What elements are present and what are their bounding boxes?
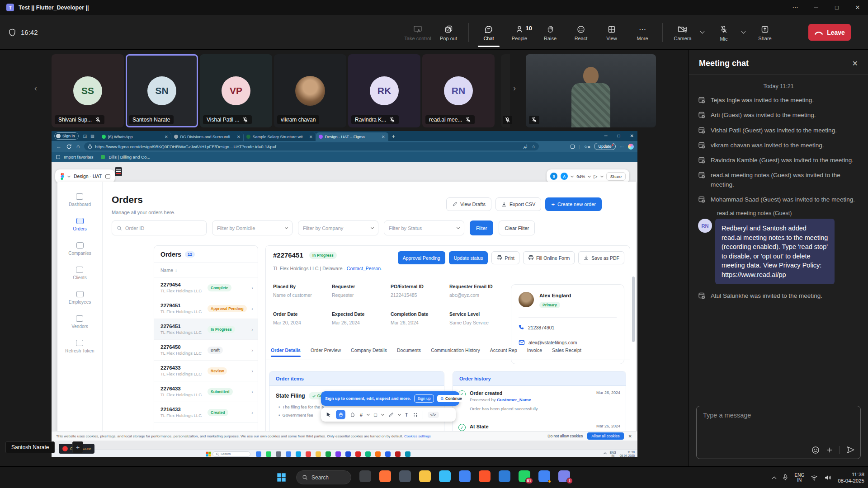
close-button[interactable]: ✕ <box>847 4 868 11</box>
react-button[interactable]: React <box>566 23 596 41</box>
detail-tab[interactable]: Sales Receipt <box>552 347 581 357</box>
browser-profile-button[interactable]: Sign in <box>54 132 79 140</box>
tab-close-icon[interactable]: ✕ <box>382 135 385 139</box>
language-indicator[interactable]: ENGIN <box>795 473 805 483</box>
export-csv-button[interactable]: Export CSV <box>495 197 541 211</box>
taskbar-app-icon[interactable] <box>499 470 510 482</box>
shape-tool-icon[interactable]: □ <box>374 412 377 418</box>
hidden-icons-chevron[interactable] <box>772 476 776 481</box>
collaborator-avatar[interactable]: S <box>550 173 557 180</box>
taskbar-search[interactable]: Search <box>296 470 351 484</box>
cookie-close-icon[interactable]: ✕ <box>628 434 632 439</box>
order-row[interactable]: 2216433 TL Flex Holdings LLC Created › <box>154 402 258 423</box>
copilot-icon[interactable] <box>628 144 634 150</box>
pen-tool-icon[interactable] <box>350 412 355 418</box>
detail-tab[interactable]: Account Rep <box>490 347 517 357</box>
camera-button[interactable]: Camera <box>667 23 698 41</box>
filter-status-select[interactable]: Filter by Status <box>384 221 464 235</box>
taskbar-app-icon[interactable] <box>439 470 451 482</box>
shared-taskbar-app-icon[interactable] <box>335 451 341 457</box>
cookie-settings-link[interactable]: Cookies settings <box>404 434 431 438</box>
detail-tab[interactable]: Documents <box>397 347 421 357</box>
shared-taskbar-app-icon[interactable] <box>326 451 331 457</box>
taskbar-app-icon[interactable]: 1 <box>558 470 570 482</box>
browser-maximize-button[interactable]: □ <box>618 133 620 138</box>
shared-taskbar-app-icon[interactable] <box>286 451 291 457</box>
order-row[interactable]: 2276451 TL Flex Holdings LLC In Progress… <box>154 319 258 340</box>
camera-options-chevron-icon[interactable] <box>700 29 705 33</box>
sidebar-item[interactable]: Dashboard <box>69 193 91 207</box>
figma-menu-chevron-icon[interactable] <box>67 174 71 177</box>
print-button[interactable]: Print <box>491 251 519 264</box>
participant-tile[interactable]: SS Shivani Sup... <box>52 54 124 127</box>
contact-person-link[interactable]: Contact_Person. <box>347 266 382 271</box>
tab-close-icon[interactable]: ✕ <box>165 135 168 139</box>
detail-tab[interactable]: Order Details <box>271 347 301 357</box>
taskbar-app-icon[interactable] <box>399 470 411 482</box>
sidebar-item[interactable]: Orders <box>73 218 87 231</box>
order-row[interactable]: 2276450 TL Flex Holdings LLC Draft › <box>154 340 258 361</box>
people-button[interactable]: 10 People <box>504 23 535 41</box>
taskbar-app-icon[interactable] <box>538 470 550 482</box>
start-button[interactable] <box>277 473 286 482</box>
update-status-button[interactable]: Update status <box>449 251 488 264</box>
browser-tab[interactable]: Sample Salary Structure with calc ✕ <box>244 132 316 141</box>
taskbar-clock[interactable]: 11:3808-04-2025 <box>838 471 864 484</box>
browser-minimize-button[interactable]: ─ <box>604 133 607 138</box>
deny-cookies-button[interactable]: Do not allow cookies <box>547 434 583 438</box>
detail-tab[interactable]: Company Details <box>351 347 387 357</box>
sidebar-item[interactable]: Companies <box>68 242 91 256</box>
sign-up-button[interactable]: Sign up <box>414 394 434 403</box>
participant-tile[interactable]: vikram chavan <box>274 54 346 127</box>
tab-close-icon[interactable]: ✕ <box>237 135 241 139</box>
participant-tile-partial[interactable] <box>501 54 510 127</box>
more-button[interactable]: ⋯ More <box>627 23 658 41</box>
shared-search-box[interactable]: Search <box>212 451 250 457</box>
draw-tool-icon[interactable] <box>388 412 394 418</box>
shared-taskbar-app-icon[interactable] <box>355 451 361 457</box>
favorites-bar-icon[interactable]: ☆≡ <box>584 144 590 149</box>
detail-scrollbar[interactable] <box>632 277 635 342</box>
shared-taskbar-app-icon[interactable] <box>276 451 281 457</box>
clear-filter-button[interactable]: Clear Filter <box>499 221 535 235</box>
shared-taskbar-app-icon[interactable] <box>316 451 321 457</box>
browser-tab[interactable]: Design - UAT – Figma ✕ <box>316 132 388 141</box>
filter-button[interactable]: Filter <box>470 221 493 235</box>
browser-essentials-icon[interactable] <box>571 145 575 149</box>
wifi-icon[interactable] <box>811 475 818 481</box>
tab-close-icon[interactable]: ✕ <box>309 135 313 139</box>
spotlight-tile[interactable] <box>526 54 656 127</box>
taskbar-app-icon[interactable] <box>459 470 471 482</box>
emoji-icon[interactable] <box>811 446 820 454</box>
shared-language-indicator[interactable]: ENGIN <box>610 451 616 457</box>
browser-tab[interactable]: (6) WhatsApp ✕ <box>99 132 171 141</box>
participant-tile[interactable]: SN Santosh Narate <box>126 54 198 127</box>
presenter-pin-button[interactable]: + <box>72 441 83 453</box>
move-tool-icon[interactable] <box>326 412 331 418</box>
shared-taskbar-app-icon[interactable] <box>385 451 391 457</box>
address-bar[interactable]: https://www.figma.com/design/9BKQ0FOHRWa… <box>84 142 539 150</box>
shared-taskbar-app-icon[interactable] <box>405 451 410 457</box>
shared-taskbar-app-icon[interactable] <box>345 451 351 457</box>
send-icon[interactable] <box>846 446 855 454</box>
taskbar-app-icon[interactable] <box>359 470 371 482</box>
browser-close-button[interactable]: ✕ <box>630 133 634 138</box>
tray-chevron-icon[interactable] <box>604 452 607 455</box>
sidebar-item[interactable]: Vendors <box>71 315 88 329</box>
maximize-button[interactable]: □ <box>826 4 847 11</box>
home-button[interactable]: ⌂ <box>76 143 80 150</box>
titlebar-more-icon[interactable]: ⋯ <box>785 4 806 11</box>
strip-left-chevron-icon[interactable]: ‹ <box>34 84 37 93</box>
shared-taskbar-app-icon[interactable] <box>306 451 311 457</box>
strip-right-chevron-icon[interactable]: › <box>513 84 516 93</box>
figma-logo-icon[interactable] <box>60 173 64 180</box>
detail-tab[interactable]: Invoice <box>527 347 542 357</box>
contact-email[interactable]: alex@vstatefilings.com <box>528 340 577 345</box>
chat-button[interactable]: Chat <box>473 23 504 41</box>
refresh-button[interactable] <box>66 144 72 150</box>
participant-tile[interactable]: RN read.ai mee... <box>422 54 495 127</box>
name-column-header[interactable]: Name↓ <box>154 263 258 277</box>
taskbar-app-icon[interactable] <box>379 470 391 482</box>
approval-pending-button[interactable]: Approval Pending <box>398 251 445 264</box>
volume-icon[interactable] <box>824 474 831 481</box>
